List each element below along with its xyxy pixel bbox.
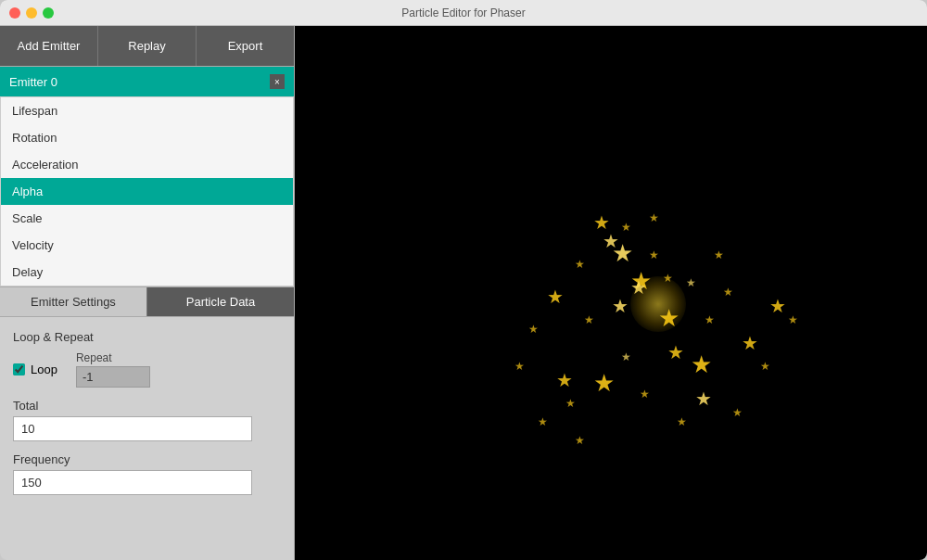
main-container: Add Emitter Replay Export Emitter 0 × Li… <box>0 26 927 560</box>
export-button[interactable]: Export <box>197 26 294 66</box>
star-particle: ★ <box>667 341 684 363</box>
emitter-name: Emitter 0 <box>9 75 270 89</box>
menu-item-delay[interactable]: Delay <box>1 259 293 286</box>
star-particle: ★ <box>686 276 696 289</box>
loop-checkbox-group: Loop <box>13 363 57 376</box>
star-particle: ★ <box>612 239 633 268</box>
star-particle: ★ <box>742 332 758 354</box>
canvas-area: ★★★★★★★★★★★★★★★★★★★★★★★★★★★★★★★★★★★★ <box>295 26 927 560</box>
star-particle: ★ <box>547 286 564 308</box>
add-emitter-button[interactable]: Add Emitter <box>0 26 98 66</box>
property-menu: Lifespan Rotation Acceleration Alpha Sca… <box>0 96 294 286</box>
star-particle: ★ <box>630 276 647 299</box>
star-particle: ★ <box>528 323 539 336</box>
star-particle: ★ <box>538 415 548 428</box>
tab-particle-data[interactable]: Particle Data <box>147 287 294 316</box>
star-particle: ★ <box>649 248 659 261</box>
star-particle: ★ <box>714 248 724 261</box>
toolbar: Add Emitter Replay Export <box>0 26 294 67</box>
window-controls <box>9 7 54 19</box>
star-particle: ★ <box>593 369 615 398</box>
replay-button[interactable]: Replay <box>98 26 197 66</box>
frequency-label: Frequency <box>13 452 281 466</box>
star-particle: ★ <box>705 313 715 326</box>
loop-label: Loop <box>31 363 57 376</box>
close-button[interactable] <box>9 7 20 19</box>
star-particle: ★ <box>612 295 629 317</box>
star-particle: ★ <box>658 304 679 333</box>
star-particle: ★ <box>640 388 650 401</box>
star-particle: ★ <box>695 388 712 410</box>
star-particle: ★ <box>621 350 631 363</box>
total-label: Total <box>13 399 281 413</box>
repeat-label: Repeat <box>76 351 150 364</box>
star-particle: ★ <box>593 211 610 234</box>
menu-item-lifespan[interactable]: Lifespan <box>1 97 293 124</box>
star-particle: ★ <box>649 211 659 224</box>
star-particle: ★ <box>732 406 743 419</box>
menu-item-scale[interactable]: Scale <box>1 205 293 232</box>
star-particle: ★ <box>677 415 687 428</box>
star-particle: ★ <box>663 272 673 285</box>
star-particle: ★ <box>575 258 585 271</box>
star-particle: ★ <box>769 295 786 317</box>
star-particle: ★ <box>575 434 585 447</box>
star-particle: ★ <box>556 369 573 391</box>
frequency-input[interactable] <box>13 470 252 495</box>
total-input[interactable] <box>13 416 252 441</box>
stars-container: ★★★★★★★★★★★★★★★★★★★★★★★★★★★★★★★★★★★★ <box>295 26 927 560</box>
left-panel: Add Emitter Replay Export Emitter 0 × Li… <box>0 26 295 560</box>
loop-repeat-row: Loop Repeat <box>13 351 281 388</box>
maximize-button[interactable] <box>43 7 54 19</box>
loop-repeat-title: Loop & Repeat <box>13 330 281 344</box>
repeat-input[interactable] <box>76 366 150 388</box>
star-particle: ★ <box>621 221 631 234</box>
star-particle: ★ <box>788 313 798 326</box>
tab-emitter-settings[interactable]: Emitter Settings <box>0 287 147 316</box>
emitter-close-button[interactable]: × <box>270 74 285 89</box>
total-section: Total <box>13 399 281 441</box>
star-particle: ★ <box>565 397 576 410</box>
menu-item-acceleration[interactable]: Acceleration <box>1 151 293 178</box>
frequency-section: Frequency <box>13 452 281 495</box>
title-bar: Particle Editor for Phaser <box>0 0 927 26</box>
star-particle: ★ <box>691 350 712 379</box>
menu-item-velocity[interactable]: Velocity <box>1 232 293 259</box>
settings-panel: Loop & Repeat Loop Repeat Total <box>0 317 294 560</box>
window-title: Particle Editor for Phaser <box>401 6 525 19</box>
loop-checkbox[interactable] <box>13 363 25 375</box>
bottom-tabs: Emitter Settings Particle Data <box>0 286 294 317</box>
star-particle: ★ <box>514 360 525 373</box>
repeat-group: Repeat <box>76 351 150 388</box>
minimize-button[interactable] <box>26 7 37 19</box>
star-particle: ★ <box>723 286 733 299</box>
menu-item-rotation[interactable]: Rotation <box>1 124 293 151</box>
emitter-tab[interactable]: Emitter 0 × <box>0 67 294 96</box>
star-particle: ★ <box>584 313 594 326</box>
menu-item-alpha[interactable]: Alpha <box>1 178 293 205</box>
loop-repeat-section: Loop & Repeat Loop Repeat <box>13 330 281 388</box>
star-particle: ★ <box>760 360 770 373</box>
